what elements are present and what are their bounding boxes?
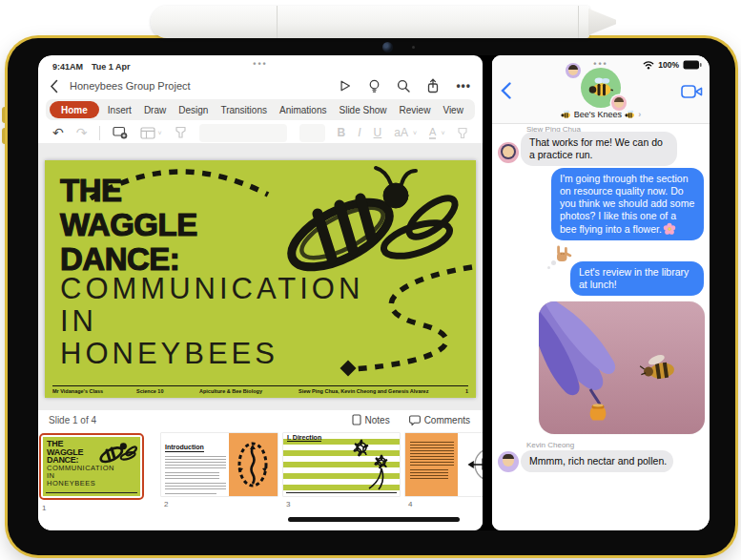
text-placeholder: [165, 472, 219, 480]
back-button[interactable]: [50, 79, 58, 93]
font-color-button[interactable]: A: [429, 127, 436, 139]
reaction-dot: [551, 260, 556, 265]
tab-home[interactable]: Home: [50, 101, 99, 118]
title-line: THE: [60, 174, 197, 208]
ipad-screen: 9:41AM Tue 1 Apr ••• Honeybees Group Pro…: [38, 55, 710, 530]
share-button[interactable]: [426, 78, 440, 93]
redo-button[interactable]: ↷: [76, 126, 88, 139]
love-you-gesture-icon: [553, 244, 572, 263]
titlebar-actions: •••: [339, 78, 471, 93]
messages-header: ••• 100%: [492, 55, 710, 124]
thumbnail-number: 3: [286, 500, 400, 508]
tab-slideshow[interactable]: Slide Show: [336, 103, 391, 117]
status-time: 9:41AM: [52, 62, 83, 72]
text-placeholder: [410, 469, 448, 479]
member-avatar: [566, 63, 581, 78]
document-title[interactable]: Honeybees Group Project: [70, 80, 191, 92]
member-avatar: [611, 95, 627, 111]
split-view-handle[interactable]: •••: [253, 59, 267, 69]
slide-counter: Slide 1 of 4: [49, 415, 96, 425]
chat-title-button[interactable]: Bee's Knees ›: [492, 110, 710, 119]
love-you-gesture-reaction[interactable]: [553, 244, 572, 263]
conversation-area: Siew Ping Chua That works for me! We can…: [492, 124, 710, 530]
highlighter-button[interactable]: [457, 127, 468, 139]
chevron-left-icon: [501, 82, 511, 99]
slide-editor[interactable]: THE WAGGLE DANCE: COMMUNICATION IN HONEY…: [45, 160, 476, 398]
flower-doodle-icon: [340, 437, 396, 490]
memoji-face: [503, 146, 514, 157]
notes-button[interactable]: Notes: [352, 414, 390, 425]
format-painter-button[interactable]: [175, 126, 187, 139]
sender-label: Kevin Cheong: [526, 441, 574, 449]
chevron-right-icon: ›: [638, 110, 641, 119]
font-name-box[interactable]: [199, 124, 287, 142]
mini-angle-diagram: [458, 433, 483, 496]
slide-title-bold: THE WAGGLE DANCE:: [60, 174, 197, 277]
mini-intro-text: Introduction: [161, 433, 229, 496]
comments-label: Comments: [424, 415, 470, 425]
pencil-tip-seam: [578, 6, 579, 38]
tab-view[interactable]: View: [439, 103, 467, 117]
undo-button[interactable]: ↶: [52, 126, 64, 139]
ipad-device: 9:41AM Tue 1 Apr ••• Honeybees Group Pro…: [8, 38, 735, 555]
underline-button[interactable]: U: [374, 126, 382, 139]
layout-button[interactable]: ˅: [140, 127, 161, 139]
thumbnail-slide-2[interactable]: Introduction: [161, 433, 278, 508]
comments-icon: [409, 415, 421, 425]
home-indicator[interactable]: [288, 517, 460, 522]
chevron-down-icon: ˅: [413, 130, 417, 136]
info-actions: Notes Comments: [352, 414, 470, 425]
bold-button[interactable]: B: [338, 126, 346, 139]
facetime-button[interactable]: [681, 84, 703, 99]
present-button[interactable]: [339, 79, 352, 93]
new-slide-button[interactable]: [113, 126, 128, 139]
italic-button[interactable]: I: [358, 126, 360, 139]
pencil-tip: [588, 9, 616, 35]
messages-app: Siew Ping Chua That works for me! We can…: [492, 55, 710, 530]
mini-title-light: COMMUNICATION IN HONEYBEES: [47, 465, 114, 487]
angle-diagram-icon: [464, 440, 483, 489]
message-bubble-outgoing: Let's review in the library at lunch!: [570, 261, 704, 296]
thumbnail-slide-3[interactable]: I. Direction: [283, 433, 400, 508]
title-line: WAGGLE: [60, 208, 197, 242]
chat-title: Bee's Knees: [574, 110, 622, 119]
footer-unit: Apiculture & Bee Biology: [199, 388, 298, 394]
thumbnail-slide-1[interactable]: THE WAGGLE DANCE: COMMUNICATION IN HONEY…: [39, 433, 144, 512]
photo-message[interactable]: [539, 301, 705, 434]
search-button[interactable]: [397, 79, 410, 93]
tab-review[interactable]: Review: [396, 103, 435, 117]
designer-button[interactable]: [368, 79, 381, 93]
chevron-left-icon: [50, 79, 58, 93]
video-camera-icon: [681, 84, 703, 99]
highlighter-icon: [457, 127, 468, 139]
subtitle-line: HONEYBEES: [60, 338, 363, 370]
tab-draw[interactable]: Draw: [140, 103, 170, 117]
thumbnail-4-preview: [405, 433, 483, 496]
tab-transitions[interactable]: Transitions: [216, 103, 271, 117]
layout-icon: [140, 127, 155, 139]
avatar-siew-ping[interactable]: [498, 142, 519, 163]
back-button[interactable]: [501, 82, 511, 99]
text-placeholder: [165, 483, 226, 490]
font-size-box[interactable]: [299, 124, 325, 142]
subtitle-line: COMMUNICATION: [60, 273, 363, 305]
mini-footer: [286, 492, 397, 494]
comments-button[interactable]: Comments: [409, 415, 470, 425]
tab-insert[interactable]: Insert: [104, 103, 135, 117]
text-size-button[interactable]: aA: [394, 126, 408, 139]
avatar-kevin[interactable]: [498, 451, 519, 472]
chevron-down-icon: ˅: [441, 130, 444, 136]
apple-pencil: [151, 6, 589, 38]
tab-animations[interactable]: Animations: [276, 103, 330, 117]
cherry-blossom-emoji: [663, 222, 676, 236]
more-button[interactable]: •••: [456, 79, 471, 93]
wifi-icon: [643, 60, 654, 70]
camera-sensor-dot: [412, 46, 415, 49]
tab-design[interactable]: Design: [175, 103, 212, 117]
footer-course: Science 10: [136, 388, 199, 394]
thumbnail-strip: THE WAGGLE DANCE: COMMUNICATION IN HONEY…: [38, 429, 483, 530]
thumbnail-slide-4[interactable]: 4: [405, 433, 483, 508]
ribbon-tab-bar: Home Insert Draw Design Transitions Anim…: [46, 99, 475, 120]
memoji-face: [568, 66, 578, 75]
slide-info-bar: Slide 1 of 4 Notes Comments: [38, 410, 483, 429]
